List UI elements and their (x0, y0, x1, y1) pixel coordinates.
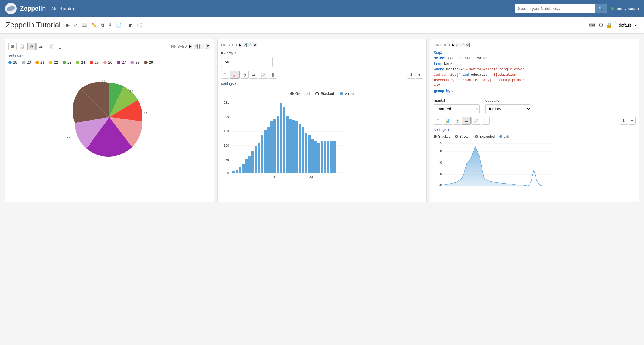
panel2-run-btn[interactable]: ▶ (239, 43, 242, 47)
pie-view-btn[interactable]: ◔ (27, 43, 36, 50)
panel1-export-btn[interactable]: 📄 (199, 44, 204, 49)
export-button[interactable]: 📄 (115, 21, 123, 29)
user-label: anonymous ▾ (616, 6, 639, 11)
legend-dot (130, 61, 134, 64)
p2-download-btn[interactable]: ⬇ (407, 71, 415, 79)
toolbar-right: ⌨ ⚙ 🔒 default (588, 21, 638, 29)
form-row: marital married single divorced educatio… (434, 98, 636, 113)
svg-text:100: 100 (224, 144, 229, 147)
keyboard-icon[interactable]: ⌨ (588, 22, 596, 28)
panel2-settings-btn[interactable]: ⚙ (253, 43, 257, 47)
search-input[interactable] (515, 4, 595, 13)
svg-text:55: 55 (439, 142, 442, 145)
p3-scatter-btn[interactable]: ⣿ (482, 117, 490, 125)
legend-dot (22, 61, 25, 64)
legend-expanded: Expanded (475, 135, 495, 139)
p3-pie-btn[interactable]: ◔ (453, 117, 461, 125)
stacked-dot (434, 135, 437, 138)
legend-dot (117, 61, 120, 64)
stream-circle (455, 135, 458, 138)
panel1-status-text: FINISHED (171, 45, 187, 49)
panel1-settings-link[interactable]: settings ▾ (8, 53, 210, 57)
svg-rect-53 (330, 141, 333, 173)
marital-label: marital (434, 98, 480, 103)
interpreter-select[interactable]: default (615, 21, 638, 29)
p3-download-btn[interactable]: ⬇ (620, 117, 628, 125)
education-select[interactable]: tertiary secondary primary unknown (485, 104, 531, 113)
vali-dot (499, 135, 502, 138)
panel3-export-btn[interactable]: 📄 (460, 43, 465, 47)
legend-dot (144, 61, 148, 64)
panel2-expand-btn[interactable]: ⤢ (243, 43, 247, 47)
panel1-settings-btn[interactable]: ⚙ (206, 44, 210, 49)
legend-item-24: 24 (76, 60, 85, 65)
marital-select[interactable]: married single divorced (434, 104, 480, 113)
copy-button[interactable]: ⧉ (100, 21, 105, 29)
legend-grouped: Grouped (290, 91, 310, 96)
p2-line-btn[interactable]: 📈 (259, 71, 268, 79)
p3-area-btn[interactable]: ⛰ (462, 117, 471, 125)
pie-chart-svg: 23 24 25 26 27 28 29 (58, 71, 161, 163)
bar-view-btn[interactable]: 📊 (17, 43, 27, 50)
svg-text:200: 200 (224, 115, 229, 119)
panel1-run-btn[interactable]: ▶ (189, 44, 192, 49)
panel3-settings-link[interactable]: settings ▾ (434, 127, 636, 132)
collapse-button[interactable]: ⤢ (73, 21, 79, 29)
edit-button[interactable]: ✏️ (90, 21, 98, 29)
user-menu[interactable]: anonymous ▾ (611, 6, 639, 11)
panel3-settings-btn[interactable]: ⚙ (466, 43, 470, 47)
legend-vali: vali (499, 135, 509, 139)
svg-rect-33 (267, 127, 270, 173)
panel2-chart: Grouped Stacked value 231 200 (221, 89, 423, 194)
area-view-btn[interactable]: ⛰ (36, 43, 45, 50)
p2-bar-btn[interactable]: 📊 (230, 71, 240, 79)
area-chart-svg: 55 50 40 30 20 (434, 141, 554, 198)
svg-text:23: 23 (102, 79, 106, 83)
p2-pie-btn[interactable]: ◔ (240, 71, 249, 79)
maxage-input[interactable] (221, 57, 273, 67)
svg-text:40: 40 (439, 161, 442, 164)
panel2-export-btn[interactable]: 📄 (247, 43, 252, 47)
run-all-button[interactable]: ▶ (65, 21, 71, 29)
education-label: education (485, 98, 531, 103)
svg-rect-36 (277, 116, 279, 173)
p3-bar-btn[interactable]: 📊 (443, 117, 452, 125)
p2-scatter-btn[interactable]: ⣿ (269, 71, 277, 79)
svg-text:30: 30 (439, 172, 442, 176)
svg-rect-50 (321, 141, 323, 173)
scatter-view-btn[interactable]: ⣿ (56, 43, 64, 50)
panel3-expand-btn[interactable]: ⤢ (456, 43, 459, 47)
panel2-settings-link[interactable]: settings ▾ (221, 81, 423, 86)
legend-item-20: 20 (22, 60, 31, 65)
p3-more-btn[interactable]: ▾ (629, 117, 636, 125)
education-group: education tertiary secondary primary unk… (485, 98, 531, 113)
p2-more-btn[interactable]: ▾ (416, 71, 423, 79)
app-header: Zeppelin Notebook ▾ 🔍 anonymous ▾ (0, 0, 644, 17)
p2-area-btn[interactable]: ⛰ (249, 71, 258, 79)
legend-stream: Stream (455, 135, 470, 139)
lock-icon[interactable]: 🔒 (606, 22, 612, 28)
legend-dot (103, 61, 107, 64)
search-area: 🔍 (515, 4, 607, 13)
p3-line-btn[interactable]: 📈 (471, 117, 481, 125)
table-view-btn[interactable]: ⊞ (8, 43, 17, 50)
schedule-button[interactable]: 🕐 (136, 21, 144, 29)
p2-table-btn[interactable]: ⊞ (221, 71, 229, 79)
svg-rect-48 (314, 141, 317, 173)
download-button[interactable]: ⬇ (107, 21, 113, 29)
book-button[interactable]: 📖 (80, 21, 88, 29)
svg-rect-40 (289, 119, 292, 173)
delete-button[interactable]: 🗑 (127, 21, 134, 29)
panel1-expand-btn[interactable]: ⤢ (194, 44, 198, 49)
notebook-menu-button[interactable]: Notebook ▾ (51, 6, 75, 11)
svg-text:50: 50 (439, 150, 442, 153)
svg-text:31: 31 (272, 176, 275, 179)
p3-table-btn[interactable]: ⊞ (434, 117, 442, 125)
panel3-run-btn[interactable]: ▶ (452, 43, 455, 47)
line-view-btn[interactable]: 📈 (46, 43, 55, 50)
legend-item-23: 23 (63, 60, 71, 65)
svg-rect-41 (292, 120, 295, 173)
settings-icon[interactable]: ⚙ (599, 22, 603, 28)
search-button[interactable]: 🔍 (595, 4, 607, 13)
zeppelin-logo (5, 2, 17, 15)
